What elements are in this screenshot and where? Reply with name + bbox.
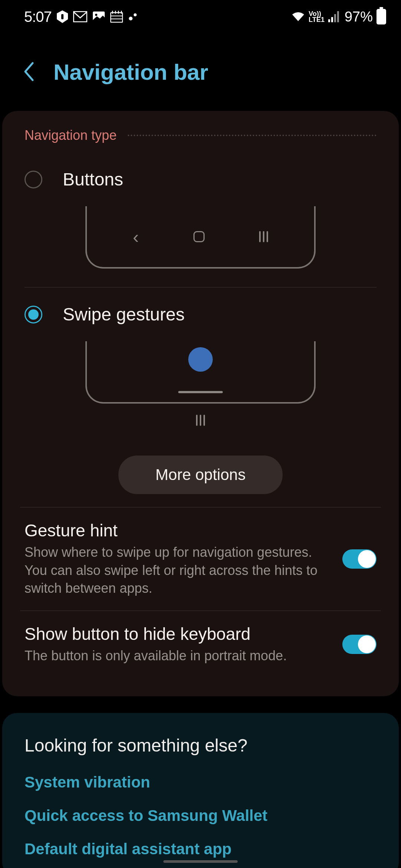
gmail-icon [73, 11, 87, 22]
network-type: Vo)) LTE1 [309, 11, 325, 23]
calendar-icon [110, 11, 123, 23]
svg-point-11 [129, 17, 133, 20]
hide-keyboard-title: Show button to hide keyboard [25, 624, 331, 644]
preview-frame-icon [85, 341, 316, 404]
wifi-icon [291, 11, 305, 22]
page-header: Navigation bar [0, 33, 401, 111]
gesture-dot-icon [188, 347, 213, 372]
preview-frame-icon: ‹ [85, 206, 316, 269]
status-time: 5:07 [24, 9, 52, 25]
link-system-vibration[interactable]: System vibration [25, 773, 376, 791]
gesture-hint-toggle[interactable] [342, 549, 376, 569]
link-samsung-wallet[interactable]: Quick access to Samsung Wallet [25, 807, 376, 825]
gesture-hint-preview [2, 415, 399, 444]
page-title: Navigation bar [53, 59, 208, 85]
signal-icon [328, 11, 341, 22]
hide-keyboard-desc: The button is only available in portrait… [25, 647, 331, 665]
navigation-type-swipe[interactable]: Swipe gestures [2, 287, 399, 338]
related-title: Looking for something else? [25, 735, 376, 756]
radio-label: Buttons [63, 169, 123, 190]
hide-keyboard-row[interactable]: Show button to hide keyboard The button … [2, 611, 399, 678]
system-gesture-handle-icon [163, 860, 238, 863]
gesture-hint-title: Gesture hint [25, 520, 331, 540]
buttons-preview: ‹ [2, 203, 399, 287]
status-left: 5:07 [24, 9, 138, 25]
settings-card: Navigation type Buttons ‹ Swipe gestures… [2, 111, 399, 696]
battery-icon [376, 9, 386, 24]
more-options-button[interactable]: More options [118, 456, 283, 494]
back-nav-icon: ‹ [133, 227, 139, 247]
svg-rect-4 [111, 13, 123, 22]
svg-rect-0 [61, 14, 63, 19]
toggle-text: Show button to hide keyboard The button … [25, 624, 331, 665]
swipe-preview [2, 338, 399, 415]
home-nav-icon [193, 231, 205, 242]
more-notifications-icon [128, 12, 138, 22]
section-divider-icon [128, 135, 376, 136]
radio-unselected-icon [25, 171, 42, 188]
status-right: Vo)) LTE1 97% [291, 9, 386, 25]
gallery-icon [92, 11, 105, 22]
back-button[interactable] [22, 62, 35, 83]
svg-point-12 [134, 13, 137, 16]
navigation-type-buttons[interactable]: Buttons [2, 162, 399, 203]
status-bar: 5:07 Vo)) LTE1 97% [0, 0, 401, 33]
radio-selected-icon [25, 306, 42, 323]
svg-point-3 [95, 14, 97, 16]
notification-icon [57, 10, 68, 23]
gesture-hint-row[interactable]: Gesture hint Show where to swipe up for … [2, 507, 399, 611]
related-links-card: Looking for something else? System vibra… [2, 713, 399, 868]
gesture-bar-icon [178, 391, 223, 393]
recents-nav-icon [196, 415, 205, 426]
recents-nav-icon [259, 231, 268, 242]
section-title: Navigation type [25, 128, 117, 143]
toggle-text: Gesture hint Show where to swipe up for … [25, 520, 331, 598]
link-digital-assistant[interactable]: Default digital assistant app [25, 840, 376, 858]
radio-label: Swipe gestures [63, 304, 185, 325]
battery-percent: 97% [345, 9, 373, 25]
section-header: Navigation type [2, 128, 399, 162]
gesture-hint-desc: Show where to swipe up for navigation ge… [25, 543, 331, 598]
hide-keyboard-toggle[interactable] [342, 635, 376, 654]
